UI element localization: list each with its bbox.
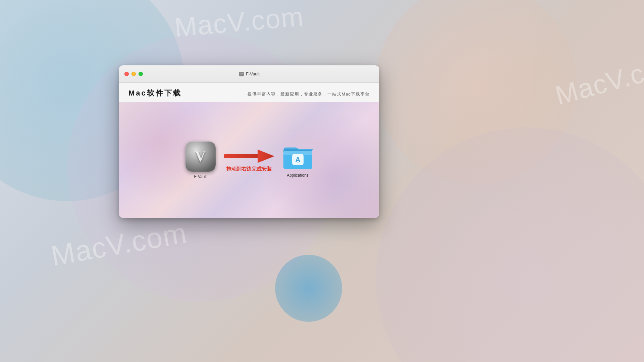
arrow-svg xyxy=(222,148,276,165)
disk-icon xyxy=(238,71,244,77)
header-content: Mac软件下载 提供丰富内容，最新应用，专业服务，一站式Mac下载平台 xyxy=(128,88,370,98)
svg-rect-5 xyxy=(224,154,261,158)
drag-instruction-label: 拖动到右边完成安装 xyxy=(226,166,272,172)
window-title: F-Vault xyxy=(246,71,260,76)
minimize-button[interactable] xyxy=(131,72,136,76)
app-icon-label: F-Vault xyxy=(194,174,207,179)
drag-row: V F-Vault xyxy=(185,141,313,179)
app-window: F-Vault Mac软件下载 提供丰富内容，最新应用，专业服务，一站式Mac下… xyxy=(119,65,379,218)
window-header: Mac软件下载 提供丰富内容，最新应用，专业服务，一站式Mac下载平台 xyxy=(119,83,379,102)
titlebar: F-Vault xyxy=(119,65,379,83)
close-button[interactable] xyxy=(124,72,129,76)
svg-marker-6 xyxy=(258,149,274,163)
applications-folder-label: Applications xyxy=(287,173,309,178)
app-icon-wrapper: V F-Vault xyxy=(185,141,216,179)
svg-point-2 xyxy=(242,74,243,75)
applications-folder-icon: A xyxy=(283,143,313,170)
maximize-button[interactable] xyxy=(139,72,143,76)
drag-arrow: 拖动到右边完成安装 xyxy=(222,148,276,172)
fvault-v-letter: V xyxy=(195,149,206,164)
traffic-lights xyxy=(124,72,143,76)
fvault-app-icon[interactable]: V xyxy=(185,141,216,172)
app-subtitle-chinese: 提供丰富内容，最新应用，专业服务，一站式Mac下载平台 xyxy=(248,91,370,97)
svg-rect-4 xyxy=(240,74,241,74)
svg-rect-1 xyxy=(239,73,243,74)
bg-blob-5 xyxy=(275,255,342,322)
svg-rect-3 xyxy=(240,73,242,73)
installer-content: V F-Vault xyxy=(119,102,379,218)
title-area: F-Vault xyxy=(238,71,260,77)
applications-folder-wrapper[interactable]: A Applications xyxy=(283,143,313,178)
app-title-chinese: Mac软件下载 xyxy=(128,88,182,98)
installer-area: V F-Vault xyxy=(119,102,379,218)
